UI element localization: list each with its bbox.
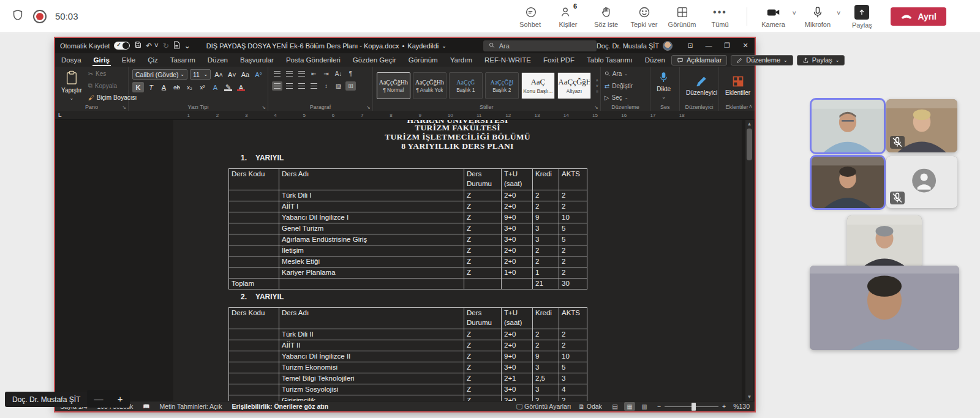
ribbon-tab-düzen[interactable]: Düzen [202,53,234,67]
italic-button[interactable]: T [145,82,157,92]
ribbon-tab-tasarım[interactable]: Tasarım [164,53,202,67]
font-dialog-launcher[interactable]: ↘ [262,105,266,110]
view-button[interactable]: Görünüm [665,1,700,32]
search-box[interactable]: Ara [483,40,597,51]
ribbon-tab-gözden-geçir[interactable]: Gözden Geçir [347,53,402,67]
paste-button[interactable]: Yapıştır⌄ [59,69,85,102]
find-button[interactable]: Ara⌄ [605,70,633,77]
clear-formatting-button[interactable]: A° [253,69,264,80]
font-color-button[interactable]: A [235,82,247,92]
leave-button[interactable]: Ayrıl [891,7,946,26]
microphone-button[interactable]: Mikrofon [800,1,835,32]
grow-font-button[interactable]: A˄ [213,69,224,80]
shrink-font-button[interactable]: A˅ [227,69,238,80]
paragraph-dialog-launcher[interactable]: ↘ [366,105,371,110]
share-document-button[interactable]: Paylaş⌄ [797,55,845,65]
underline-button[interactable]: A [158,82,170,92]
ribbon-tab-dosya[interactable]: Dosya [55,53,88,67]
ribbon-tab-başvurular[interactable]: Başvurular [234,53,280,67]
minimize-button[interactable]: — [699,38,718,53]
people-button[interactable]: 6 Kişiler [551,1,586,32]
accessibility-status[interactable]: Erişilebilirlik: Önerilere göz atın [232,403,329,410]
highlight-button[interactable]: ✎ [222,82,234,92]
scrollbar-thumb[interactable] [747,129,752,160]
select-button[interactable]: ▷Seç⌄ [605,94,633,101]
numbered-list-button[interactable] [284,69,295,78]
zoom-slider[interactable]: − + [657,403,726,410]
save-icon[interactable] [134,41,141,50]
font-size-select[interactable]: 11⌄ [190,69,211,80]
participant-video[interactable] [812,157,884,208]
bold-button[interactable]: K [132,82,144,92]
tab-selector[interactable]: L [58,112,62,118]
ribbon-tab-görünüm[interactable]: Görünüm [402,53,444,67]
style-başlık-2[interactable]: AaÇçĞğlBaşlık 2 [485,72,519,99]
participant-video[interactable] [810,266,959,350]
undo-icon[interactable]: ↶ ˅ [146,42,158,50]
print-layout-icon[interactable]: ▦ [624,402,635,411]
collapse-ribbon-chevron-icon[interactable]: ˄ [749,103,752,110]
multilevel-list-button[interactable] [296,69,307,78]
participant-video[interactable] [847,215,922,269]
style-altyazı[interactable]: AaÇçĞğHAltyazı [557,72,591,99]
ribbon-tab-foxit-pdf[interactable]: Foxit PDF [537,53,581,67]
display-settings-button[interactable]: 🖵 Görüntü Ayarları [516,403,571,411]
editing-mode-button[interactable]: Düzenleme⌄ [731,55,793,65]
ribbon-tab-yardım[interactable]: Yardım [444,53,478,67]
line-spacing-button[interactable]: ↕ [321,81,331,91]
ribbon-tab-giriş[interactable]: Giriş [88,53,116,67]
zoom-in-button[interactable]: + [118,390,123,408]
text-effects-button[interactable]: A [209,82,221,92]
style--aralık-yok[interactable]: AaÇçĞğHh¶ Aralık Yok [413,72,447,99]
close-button[interactable]: ✕ [736,38,755,53]
align-center-button[interactable] [284,81,295,91]
participant-video[interactable] [886,99,957,152]
style-başlık-1[interactable]: AaÇçĞBaşlık 1 [449,72,483,99]
more-actions-button[interactable]: ••• Tümü [703,1,738,32]
participant-video[interactable] [812,100,884,152]
react-button[interactable]: Tepki ver [627,1,662,32]
vertical-scrollbar[interactable]: ▲ ▼ [745,120,753,401]
zoom-out-button[interactable]: — [94,390,104,408]
bullet-list-button[interactable] [272,69,282,78]
print-preview-icon[interactable] [173,41,180,51]
borders-button[interactable]: ⊞ [345,81,356,91]
style--normal[interactable]: AaÇçĞğHh¶ Normal [377,72,410,99]
qat-customize-chevron-icon[interactable]: ⌄ [184,42,190,50]
camera-button[interactable]: Kamera [756,1,791,32]
proofing-icon[interactable]: 📖 [143,403,149,409]
read-mode-icon[interactable]: ▤ [609,402,620,411]
justify-button[interactable] [309,81,319,91]
styles-dialog-launcher[interactable]: ↘ [594,105,598,110]
focus-mode-button[interactable]: 🗎 Odak [578,403,602,410]
style-konu-başlı-[interactable]: AaÇKonu Başlı... [521,72,555,99]
ribbon-tab-ref-n-write[interactable]: REF-N-WRITE [478,53,537,67]
maximize-button[interactable]: ❐ [718,38,736,53]
replace-button[interactable]: ⇄Değiştir [605,83,633,89]
subscript-button[interactable]: x₂ [184,82,195,92]
clipboard-dialog-launcher[interactable]: ↘ [122,105,126,110]
microphone-options-chevron-icon[interactable]: ˅ [837,9,840,17]
show-marks-button[interactable]: ¶ [345,69,356,78]
account-info[interactable]: Doç. Dr. Mustafa ŞİT [597,41,673,51]
ribbon-tab-düzen[interactable]: Düzen [639,53,671,67]
raise-hand-button[interactable]: Söz iste [589,1,624,32]
styles-scroll-buttons[interactable]: ˄˅≡ [595,69,600,102]
comments-button[interactable]: Açıklamalar [671,55,727,65]
autosave-toggle[interactable]: ✓ [114,42,130,50]
ribbon-display-options-icon[interactable]: ⊡ [681,38,699,53]
shading-button[interactable]: ▨ [333,81,344,91]
ribbon-tab-çiz[interactable]: Çiz [141,53,164,67]
align-left-button[interactable] [272,81,282,91]
document-canvas[interactable]: HARRAN ÜNİVERSİTESİ TURİZM FAKÜLTESİ TUR… [55,120,755,401]
superscript-button[interactable]: x² [197,82,208,92]
ribbon-tab-ekle[interactable]: Ekle [116,53,141,67]
change-case-button[interactable]: Aa [240,69,251,80]
editor-button[interactable]: Düzenleyici [684,69,720,102]
participant-video-placeholder[interactable] [886,156,957,208]
dictate-button[interactable]: Dikte⌄ [654,69,673,102]
share-button[interactable]: Paylaş [844,1,880,32]
camera-options-chevron-icon[interactable]: ˅ [793,9,796,17]
increase-indent-button[interactable]: ⇥ [321,69,331,78]
chat-button[interactable]: Sohbet [513,1,548,32]
